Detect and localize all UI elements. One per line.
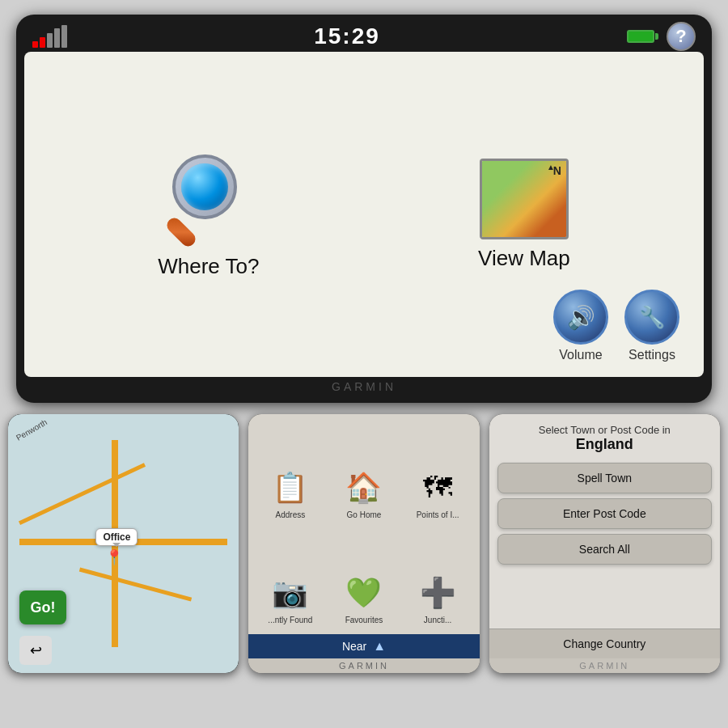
- diagonal-road-1: [19, 463, 146, 525]
- view-map-icon: ▲ N: [480, 159, 569, 239]
- near-bar: Near ▲: [248, 634, 479, 658]
- settings-icon: 🔧: [624, 290, 679, 345]
- wrench-icon: 🔧: [639, 305, 665, 330]
- battery-body: [627, 30, 654, 43]
- garmin-brand-top: GARMIN: [24, 377, 704, 395]
- garmin-brand-select: GARMIN: [489, 658, 720, 673]
- view-map-label: View Map: [478, 246, 570, 271]
- home-icon: 🏠: [343, 467, 385, 509]
- change-country-button[interactable]: Change Country: [489, 629, 720, 658]
- status-bar: 15:29 ?: [24, 23, 704, 52]
- map-display: Penworth Office 📍 Go! ↩: [8, 414, 239, 673]
- select-header: Select Town or Post Code in England: [489, 414, 720, 458]
- menu-item-address[interactable]: 📋 Address: [255, 421, 325, 523]
- favourites-icon: 💚: [343, 572, 385, 614]
- address-label: Address: [276, 510, 306, 519]
- back-arrow-icon: ↩: [30, 641, 42, 659]
- mag-lens: [181, 163, 228, 210]
- where-to-button[interactable]: Where To?: [158, 150, 259, 279]
- help-button[interactable]: ?: [667, 22, 696, 51]
- battery-tip: [655, 33, 658, 40]
- enter-post-code-button[interactable]: Enter Post Code: [497, 498, 712, 529]
- magnifying-glass-icon: [164, 154, 253, 243]
- select-screen: Select Town or Post Code in England Spel…: [489, 414, 720, 673]
- back-button[interactable]: ↩: [19, 636, 52, 665]
- go-home-label: Go Home: [347, 510, 382, 519]
- menu-item-favourites[interactable]: 💚 Favourites: [328, 526, 399, 628]
- search-all-button[interactable]: Search All: [497, 534, 712, 565]
- settings-label: Settings: [629, 348, 675, 362]
- garmin-brand-menu: GARMIN: [248, 658, 479, 673]
- location-pin-icon: 📍: [105, 548, 123, 566]
- place-name-label: Penworth: [15, 417, 49, 442]
- favourites-label: Favourites: [345, 616, 383, 624]
- where-to-icon: [160, 150, 257, 248]
- map-panel: Penworth Office 📍 Go! ↩: [8, 414, 239, 673]
- near-label: Near: [342, 640, 366, 653]
- points-icon: 🗺: [417, 467, 459, 509]
- menu-panel: 📋 Address 🏠 Go Home 🗺 Points of I... 📷 .…: [248, 414, 479, 673]
- address-icon: 📋: [269, 467, 311, 509]
- menu-item-junction[interactable]: ➕ Juncti...: [403, 526, 473, 628]
- time-display: 15:29: [314, 23, 380, 49]
- speaker-icon: 🔊: [567, 304, 595, 331]
- select-options: Spell Town Enter Post Code Search All: [489, 458, 720, 629]
- volume-button[interactable]: 🔊 Volume: [553, 290, 608, 362]
- signal-bar-3: [47, 33, 53, 48]
- signal-bar-2: [40, 37, 45, 48]
- signal-bars: [32, 25, 67, 48]
- view-map-button[interactable]: ▲ N View Map: [478, 159, 570, 271]
- menu-grid: 📋 Address 🏠 Go Home 🗺 Points of I... 📷 .…: [248, 414, 479, 634]
- mag-circle: [172, 154, 237, 219]
- select-header-subtitle: Select Town or Post Code in: [501, 424, 709, 436]
- menu-item-recent[interactable]: 📷 ...ntly Found: [255, 526, 325, 628]
- map-graphic: ▲ N: [482, 161, 566, 237]
- battery-icon: [627, 30, 658, 43]
- near-arrow-icon: ▲: [373, 639, 386, 654]
- select-panel: Select Town or Post Code in England Spel…: [489, 414, 720, 673]
- signal-bar-4: [54, 28, 60, 48]
- points-label: Points of I...: [417, 510, 459, 519]
- menu-item-go-home[interactable]: 🏠 Go Home: [328, 421, 399, 523]
- diagonal-road-2: [78, 568, 191, 602]
- menu-screen: 📋 Address 🏠 Go Home 🗺 Points of I... 📷 .…: [248, 414, 479, 673]
- go-button[interactable]: Go!: [19, 590, 66, 624]
- mag-handle-icon: [164, 214, 198, 248]
- north-label: N: [553, 164, 561, 177]
- office-callout: Office: [95, 528, 138, 546]
- small-buttons: 🔊 Volume 🔧 Settings: [553, 290, 679, 362]
- top-gps-device: 15:29 ? Where To?: [16, 15, 712, 403]
- volume-label: Volume: [559, 348, 602, 362]
- main-screen: Where To? ▲ N View Map 🔊 Volume �: [24, 52, 704, 377]
- menu-item-points[interactable]: 🗺 Points of I...: [403, 421, 473, 523]
- select-header-country: England: [501, 436, 709, 453]
- volume-icon: 🔊: [553, 290, 608, 345]
- where-to-label: Where To?: [158, 254, 259, 279]
- settings-button[interactable]: 🔧 Settings: [624, 290, 679, 362]
- signal-bar-1: [32, 41, 38, 48]
- junction-icon: ➕: [417, 572, 459, 614]
- spell-town-button[interactable]: Spell Town: [497, 463, 712, 493]
- junction-label: Juncti...: [424, 616, 451, 624]
- recent-icon: 📷: [269, 572, 311, 614]
- signal-bar-5: [61, 25, 67, 48]
- bottom-row: Penworth Office 📍 Go! ↩ 📋 Address 🏠 Go H…: [0, 414, 728, 673]
- recent-label: ...ntly Found: [268, 616, 312, 624]
- top-right-icons: ?: [627, 22, 696, 51]
